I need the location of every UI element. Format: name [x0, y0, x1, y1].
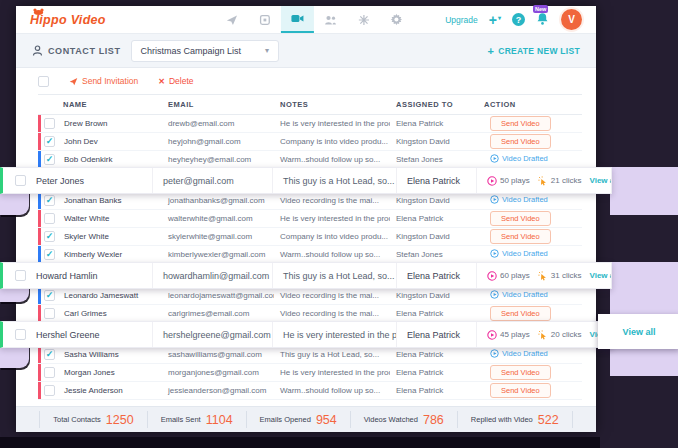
notifications-bell[interactable]: New — [536, 12, 550, 27]
contact-name: Hershel Greene — [36, 330, 100, 340]
contact-notes: Company is into video produ... — [274, 232, 390, 241]
table-row[interactable]: Leonardo Jameswatt leonardojameswatt@gma… — [38, 287, 582, 305]
table-row[interactable]: Jessie Anderson jessieanderson@gmail.com… — [38, 382, 582, 400]
paper-plane-icon — [69, 77, 78, 86]
contact-email: carlgrimes@email.com — [162, 309, 274, 318]
contact-email: heyjohn@gmail.com — [162, 137, 274, 146]
bulk-actions-bar: Send Invitation ✕ Delete — [16, 68, 596, 94]
contact-email: jessieanderson@gmail.com — [162, 386, 274, 395]
table-row[interactable]: Jonathan Banks jonathanbanks@gmail.com V… — [38, 192, 582, 210]
upgrade-link[interactable]: Upgrade — [445, 15, 478, 25]
row-action[interactable]: Send Video — [490, 116, 551, 131]
app-window: Hippo Video Upgrade +▾ ? — [16, 6, 596, 432]
nav-send-icon[interactable] — [215, 6, 248, 33]
row-checkbox[interactable] — [44, 308, 55, 319]
row-checkbox[interactable] — [44, 349, 55, 360]
row-action[interactable]: Send Video — [490, 229, 551, 244]
row-checkbox[interactable] — [44, 118, 55, 129]
col-header-assigned: ASSIGNED TO — [390, 100, 478, 109]
highlighted-contact-row[interactable]: Hershel Greene hershelgreene@gmail.com H… — [0, 321, 612, 348]
contact-assigned: Stefan Jones — [390, 155, 478, 164]
row-checkbox[interactable] — [44, 213, 55, 224]
list-select-dropdown[interactable]: Christmas Campaign List ▾ — [131, 40, 280, 62]
hippo-video-logo[interactable]: Hippo Video — [30, 13, 106, 27]
contact-name: Sasha Williams — [64, 350, 119, 359]
action-label: Video Drafted — [502, 290, 548, 299]
action-label: Send Video — [501, 137, 540, 146]
action-label: Send Video — [501, 368, 540, 377]
play-circle-icon — [490, 249, 499, 258]
col-header-action: ACTION — [478, 100, 582, 109]
row-action[interactable]: Video Drafted — [490, 349, 548, 358]
contact-email: jonathanbanks@gmail.com — [162, 196, 274, 205]
row-accent-bar — [38, 249, 41, 260]
contact-assigned: Elena Patrick — [390, 368, 478, 377]
row-checkbox[interactable] — [44, 385, 55, 396]
main-nav — [215, 6, 413, 33]
row-checkbox[interactable] — [44, 136, 55, 147]
quick-add-button[interactable]: +▾ — [489, 13, 501, 27]
contact-name: Bob Odenkirk — [64, 155, 112, 164]
contact-name: Drew Brown — [64, 119, 108, 128]
user-avatar[interactable]: V — [561, 9, 582, 30]
row-checkbox[interactable] — [44, 154, 55, 165]
cursor-click-icon — [538, 330, 548, 340]
row-accent-bar — [38, 308, 41, 319]
nav-settings-gear-icon[interactable] — [380, 6, 413, 33]
select-all-checkbox[interactable] — [38, 76, 49, 87]
table-row[interactable]: Morgan Jones morganjones@gmail.com He is… — [38, 364, 582, 382]
caret-down-icon: ▾ — [265, 46, 269, 55]
row-action[interactable]: Send Video — [490, 134, 551, 149]
row-action[interactable]: Send Video — [490, 365, 551, 380]
row-checkbox[interactable] — [44, 290, 55, 301]
row-checkbox[interactable] — [44, 367, 55, 378]
contact-notes: Warm..should follow up so... — [274, 386, 390, 395]
contact-notes: He is very interested in the prod... — [273, 322, 397, 347]
nav-library-icon[interactable] — [248, 6, 281, 33]
row-checkbox[interactable] — [44, 249, 55, 260]
table-row[interactable]: Drew Brown drewb@email.com He is very in… — [38, 115, 582, 133]
create-new-list-button[interactable]: + CREATE NEW LIST — [487, 45, 580, 57]
view-all-tooltip[interactable]: View all — [598, 314, 678, 349]
table-body: Drew Brown drewb@email.com He is very in… — [38, 115, 582, 400]
row-action[interactable]: Video Drafted — [490, 154, 548, 163]
nav-integrations-icon[interactable] — [347, 6, 380, 33]
table-row[interactable]: John Dev heyjohn@gmail.com Company is in… — [38, 133, 582, 151]
row-checkbox[interactable] — [15, 175, 26, 186]
view-all-link[interactable]: View all — [589, 176, 611, 185]
row-action[interactable]: Send Video — [490, 383, 551, 398]
highlighted-contact-row[interactable]: Howard Hamlin howardhamlin@gmail.com Thi… — [0, 262, 612, 289]
contact-notes: Video recording is the mai... — [274, 309, 390, 318]
row-accent-bar — [38, 349, 41, 360]
delete-button[interactable]: ✕ Delete — [158, 76, 193, 86]
row-action[interactable]: Video Drafted — [490, 195, 548, 204]
row-action[interactable]: Send Video — [490, 306, 551, 321]
row-accent-bar — [38, 154, 41, 165]
highlighted-contact-row[interactable]: Peter Jones peter@gmail.com This guy is … — [0, 167, 612, 194]
view-all-link[interactable]: View all — [589, 271, 611, 280]
contact-notes: He is very interested in the prod... — [274, 214, 390, 223]
nav-video-camera-icon[interactable] — [281, 6, 314, 33]
nav-contacts-icon[interactable] — [314, 6, 347, 33]
row-checkbox[interactable] — [15, 270, 26, 281]
row-action[interactable]: Video Drafted — [490, 249, 548, 258]
help-button[interactable]: ? — [512, 13, 525, 26]
action-label: Video Drafted — [502, 195, 548, 204]
row-action[interactable]: Send Video — [490, 211, 551, 226]
table-row[interactable]: Walter White walterwhite@gmail.com He is… — [38, 210, 582, 228]
contact-name: Howard Hamlin — [36, 271, 98, 281]
lavender-block-left-1 — [0, 192, 29, 215]
table-row[interactable]: Sasha Williams sashawilliams@gmail.com T… — [38, 346, 582, 364]
send-invitation-button[interactable]: Send Invitation — [69, 76, 138, 86]
contact-assigned: Kingston David — [390, 196, 478, 205]
row-checkbox[interactable] — [15, 329, 26, 340]
contact-assigned: Elena Patrick — [390, 350, 478, 359]
caret-down-icon: ▾ — [498, 15, 501, 21]
table-row[interactable]: Skyler White skylerwhite@gmail.com Compa… — [38, 228, 582, 246]
row-checkbox[interactable] — [44, 195, 55, 206]
new-badge: New — [533, 5, 548, 13]
plays-stat: 45 plays — [487, 330, 530, 340]
row-action[interactable]: Video Drafted — [490, 290, 548, 299]
contact-email: walterwhite@gmail.com — [162, 214, 274, 223]
row-checkbox[interactable] — [44, 231, 55, 242]
